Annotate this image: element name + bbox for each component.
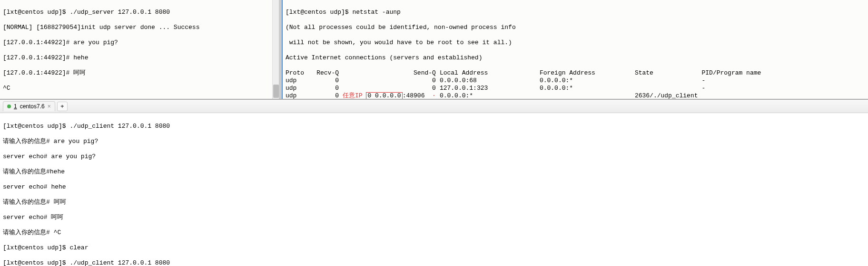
terminal-line: [127.0.0.1:44922]# hehe xyxy=(3,54,276,62)
terminal-line: 请输入你的信息# are you pig? xyxy=(3,138,865,145)
terminal-line: [lxt@centos udp]$ ./udp_client 127.0.0.1… xyxy=(3,123,865,130)
cell xyxy=(635,77,702,85)
cell: 0 xyxy=(314,92,343,99)
table-header-row: Proto Recv-Q Send-Q Local Address Foreig… xyxy=(286,69,765,77)
annotation-label: 任意IP xyxy=(343,92,363,99)
tab-label: centos7.6 xyxy=(20,103,45,110)
tab-bar: 1 centos7.6 × + xyxy=(0,100,868,113)
terminal-line: [lxt@centos udp]$ clear xyxy=(3,244,865,252)
terminal-line: 请输入你的信息# 呵呵 xyxy=(3,199,865,206)
scrollbar-vertical[interactable] xyxy=(272,0,279,99)
cell: 127.0.0.1:323 xyxy=(440,85,540,92)
terminal-line: server echo# hehe xyxy=(3,183,865,191)
cell: udp xyxy=(286,92,314,99)
terminal-line: 请输入你的信息#hehe xyxy=(3,168,865,176)
terminal-line: will not be shown, you would have to be … xyxy=(286,39,865,47)
netstat-table: Proto Recv-Q Send-Q Local Address Foreig… xyxy=(286,69,765,99)
cell: 0.0.0.0:* xyxy=(540,85,635,92)
cell: 0.0.0.0:* xyxy=(540,77,635,85)
terminal-line: [NORMAL] [1688279054]init udp server don… xyxy=(3,24,276,31)
table-row: udp 0 0 127.0.0.1:323 0.0.0.0:* - xyxy=(286,85,765,92)
terminal-line: [lxt@centos udp]$ netstat -aunp xyxy=(286,9,865,16)
cell: 0 xyxy=(343,85,440,92)
cell: udp xyxy=(286,85,314,92)
close-icon[interactable]: × xyxy=(48,103,51,110)
col-proto: Proto xyxy=(286,69,314,77)
terminal-left-pane[interactable]: [lxt@centos udp]$ ./udp_server 127.0.0.1… xyxy=(0,0,282,99)
tab-centos[interactable]: 1 centos7.6 × xyxy=(3,101,55,111)
cell: 0 xyxy=(343,77,440,85)
cell xyxy=(540,92,635,99)
top-split: [lxt@centos udp]$ ./udp_server 127.0.0.1… xyxy=(0,0,868,100)
terminal-line: 请输入你的信息# ^C xyxy=(3,229,865,237)
highlight-box: 0 0.0.0.0 xyxy=(366,92,402,99)
tab-index: 1 xyxy=(14,103,17,110)
cell: 0.0.0.0:68 xyxy=(440,77,540,85)
cell: udp xyxy=(286,77,314,85)
terminal-line: [127.0.0.1:44922]# 呵呵 xyxy=(3,69,276,77)
col-recvq: Recv-Q xyxy=(314,69,343,77)
cell xyxy=(635,85,702,92)
terminal-right-pane[interactable]: [lxt@centos udp]$ netstat -aunp (Not all… xyxy=(282,0,868,99)
terminal-line: ^C xyxy=(3,85,276,92)
cell: 任意IP 0 0.0.0.0:48906 · xyxy=(343,92,440,99)
cell: - xyxy=(702,77,765,85)
new-tab-button[interactable]: + xyxy=(57,102,68,111)
terminal-line: server echo# are you pig? xyxy=(3,153,865,161)
terminal-line: [lxt@centos udp]$ ./udp_client 127.0.0.1… xyxy=(3,259,865,266)
cell: - xyxy=(702,85,765,92)
col-sendq: Send-Q xyxy=(343,69,440,77)
cell-port: :48906 xyxy=(403,92,425,99)
terminal-line: [127.0.0.1:44922]# are you pig? xyxy=(3,39,276,47)
terminal-line: Active Internet connections (servers and… xyxy=(286,54,865,62)
dot-icon: · xyxy=(432,92,436,99)
table-row: udp 0 0 0.0.0.0:68 0.0.0.0:* - xyxy=(286,77,765,85)
col-state: State xyxy=(635,69,702,77)
cell: 2636/./udp_client xyxy=(635,92,702,99)
plus-icon: + xyxy=(60,103,64,110)
cell: 0.0.0.0:* xyxy=(440,92,540,99)
table-row: udp 0 任意IP 0 0.0.0.0:48906 · 0.0.0.0:* 2… xyxy=(286,92,765,99)
status-dot-icon xyxy=(7,104,11,108)
terminal-line: server echo# 呵呵 xyxy=(3,214,865,221)
terminal-line: [lxt@centos udp]$ ./udp_server 127.0.0.1… xyxy=(3,9,276,16)
col-pid: PID/Program name xyxy=(702,69,765,77)
cell: 0 xyxy=(314,85,343,92)
col-foreign: Foreign Address xyxy=(540,69,635,77)
col-local: Local Address xyxy=(440,69,540,77)
terminal-line: (Not all processes could be identified, … xyxy=(286,24,865,31)
terminal-bottom-pane[interactable]: [lxt@centos udp]$ ./udp_client 127.0.0.1… xyxy=(0,113,868,266)
cell: 0 xyxy=(314,77,343,85)
